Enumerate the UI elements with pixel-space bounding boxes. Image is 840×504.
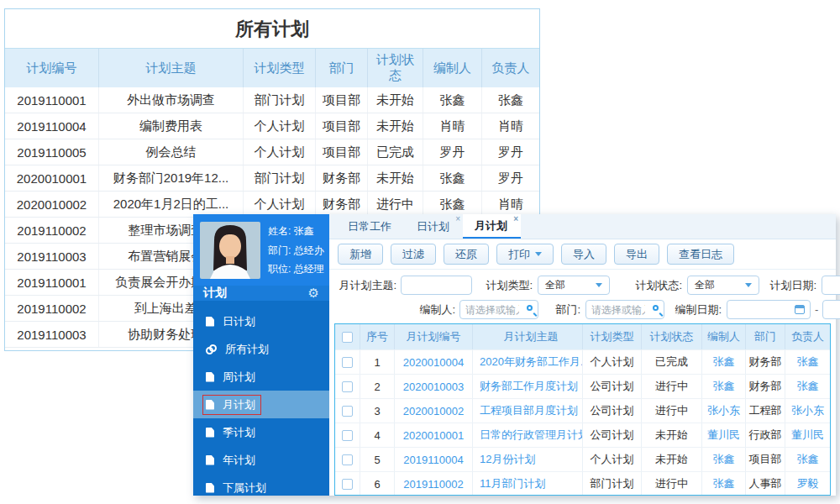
sidebar-item[interactable]: 日计划 (193, 307, 329, 335)
cell-department: 财务部 (316, 165, 368, 191)
row-checkbox[interactable] (342, 357, 353, 368)
sidebar-item[interactable]: 周计划 (193, 363, 329, 391)
cell-type: 部门计划 (244, 165, 316, 191)
cell-subject[interactable]: 财务部工作月度计划 (473, 375, 583, 398)
cell-plan-no[interactable]: 2020010002 (395, 399, 473, 423)
cell-status: 进行中 (368, 192, 423, 217)
cell-compiler[interactable]: 张鑫 (702, 448, 746, 471)
gear-icon[interactable]: ⚙ (308, 286, 319, 301)
cell-subject[interactable]: 11月部门计划 (473, 472, 583, 496)
cell-plan-no[interactable]: 2020010004 (395, 350, 473, 374)
row-checkbox[interactable] (342, 454, 353, 465)
cell-department: 财务部 (746, 375, 785, 398)
filter-panel: 月计划主题: 计划类型: 全部 计划状态: 全部 计划日期: (329, 270, 836, 323)
monthly-plan-table: 序号 月计划编号 月计划主题 计划类型 计划状态 编制人 部门 负责人 1 (334, 323, 831, 496)
tab[interactable]: 日常工作 (336, 214, 405, 239)
cell-owner[interactable]: 董川民 (785, 423, 830, 447)
toolbar-button[interactable]: 新增 (338, 244, 383, 265)
sidebar-item[interactable]: 年计划 (193, 446, 329, 474)
cell-plan-no: 2019110002 (5, 296, 99, 321)
cell-subject: 例会总结 (99, 139, 244, 165)
column-header-department: 部门 (316, 49, 368, 87)
type-select[interactable]: 全部 (538, 276, 610, 295)
cell-status: 未开始 (642, 448, 702, 471)
user-info: 姓名: 张鑫 部门: 总经办 职位: 总经理 (268, 222, 324, 279)
column-header-plan-no: 计划编号 (5, 49, 99, 87)
toolbar-button[interactable]: 过滤 (391, 244, 436, 265)
column-header-subject: 月计划主题 (473, 324, 583, 349)
cell-department: 财务部 (316, 192, 368, 217)
cell-owner[interactable]: 张鑫 (785, 375, 830, 398)
cell-department: 人事部 (746, 472, 785, 496)
cell-status: 进行中 (642, 472, 702, 496)
subject-input[interactable] (401, 276, 472, 295)
sidebar-item[interactable]: 月计划 (193, 391, 329, 418)
filter-row-2: 编制人: 部门: 编制日期: - (329, 297, 836, 322)
tab-bar: 日常工作 日计划 月计划 (329, 214, 836, 239)
cell-department: 项目部 (746, 448, 785, 471)
tab-label: 日计划 (417, 219, 449, 234)
toolbar-button-label: 查看日志 (679, 247, 722, 262)
cell-owner[interactable]: 张鑫 (785, 350, 830, 374)
select-all-checkbox[interactable] (342, 332, 353, 343)
cell-plan-no[interactable]: 2020010001 (395, 423, 473, 447)
tab[interactable]: 日计划 (405, 214, 463, 239)
cell-compiler[interactable]: 董川民 (702, 423, 746, 447)
row-checkbox[interactable] (342, 479, 353, 490)
plan-date-input[interactable] (822, 276, 840, 295)
toolbar-button[interactable]: 导出 (614, 244, 659, 265)
cell-subject[interactable]: 工程项目部月度计划 (473, 399, 583, 423)
sidebar-item[interactable]: 所有计划 (193, 335, 329, 363)
cell-owner: 张鑫 (482, 87, 539, 113)
toolbar-button[interactable]: 还原 (444, 244, 489, 265)
cell-compiler[interactable]: 张鑫 (702, 350, 746, 374)
compile-date-end-input[interactable] (822, 300, 840, 319)
cell-subject[interactable]: 2020年财务部工作月... (473, 350, 583, 374)
cell-department: 工程部 (746, 399, 785, 423)
cell-status: 未开始 (368, 165, 423, 191)
cell-owner[interactable]: 张鑫 (785, 448, 830, 471)
toolbar-button[interactable]: 打印 (496, 244, 554, 265)
cell-plan-no[interactable]: 2019110002 (395, 472, 473, 496)
cell-subject[interactable]: 12月份计划 (473, 448, 583, 471)
row-checkbox[interactable] (342, 406, 353, 417)
cell-compiler[interactable]: 张鑫 (702, 472, 746, 496)
column-header-type: 计划类型 (244, 49, 316, 87)
user-position: 职位: 总经理 (268, 262, 324, 276)
cell-compiler[interactable]: 张鑫 (702, 375, 746, 398)
status-select[interactable]: 全部 (687, 276, 759, 295)
tab-label: 日常工作 (348, 219, 391, 234)
cell-owner[interactable]: 张小东 (785, 399, 830, 423)
caret-down-icon (596, 283, 602, 287)
tab-label: 月计划 (475, 218, 507, 234)
cell-compiler[interactable]: 张小东 (702, 399, 746, 423)
row-checkbox[interactable] (342, 430, 353, 441)
cell-owner[interactable]: 罗毅 (785, 472, 830, 496)
tab[interactable]: 月计划 (463, 214, 521, 239)
cell-compiler: 张鑫 (423, 192, 482, 217)
cell-type: 部门计划 (244, 87, 316, 113)
cell-plan-no[interactable]: 2019110004 (395, 448, 473, 471)
cell-plan-no: 2020010001 (5, 165, 99, 191)
page-title: 所有计划 (5, 9, 539, 49)
status-select-value: 全部 (695, 278, 715, 292)
column-header-index: 序号 (360, 324, 395, 349)
department-label: 部门: (545, 302, 580, 318)
table-row: 2019110001 外出做市场调查 部门计划 项目部 未开始 张鑫 张鑫 (5, 87, 539, 113)
cell-owner: 罗丹 (482, 165, 539, 191)
toolbar-button[interactable]: 查看日志 (667, 244, 734, 265)
user-panel: 姓名: 张鑫 部门: 总经办 职位: 总经理 (193, 214, 329, 286)
cell-subject[interactable]: 日常的行政管理月计划 (473, 423, 583, 447)
close-icon[interactable] (455, 214, 460, 223)
sidebar-item-label: 日计划 (223, 314, 255, 329)
menu-item-icon (206, 455, 214, 465)
cell-type: 个人计划 (583, 350, 642, 374)
cell-department: 行政部 (746, 423, 785, 447)
sidebar-item[interactable]: 下属计划 (193, 474, 329, 501)
row-checkbox[interactable] (342, 381, 353, 392)
close-icon[interactable] (513, 214, 518, 223)
table-body: 1 2020010004 2020年财务部工作月... 个人计划 已完成 张鑫 … (335, 349, 830, 496)
sidebar-item[interactable]: 季计划 (193, 418, 329, 446)
toolbar-button[interactable]: 导入 (561, 244, 606, 265)
cell-plan-no[interactable]: 2020010003 (395, 375, 473, 398)
